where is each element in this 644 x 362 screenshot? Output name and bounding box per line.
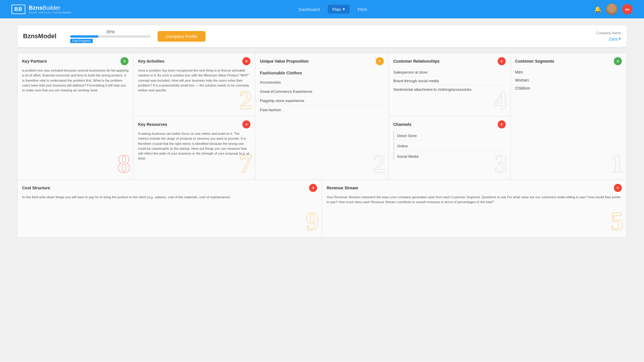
channels-add-button[interactable]: + xyxy=(498,120,506,128)
cost-structure-add-button[interactable]: + xyxy=(309,184,317,192)
cr-item-salesperson[interactable]: Salesperson at store xyxy=(393,68,506,77)
cost-structure-cell: Cost Structure + In this field write dow… xyxy=(18,180,322,237)
progress-bar-fill xyxy=(70,35,98,38)
canvas-mid-col: Key Activities + once a problem has been… xyxy=(133,53,255,180)
cr-list: Salesperson at store Brand through socia… xyxy=(393,68,506,94)
company-name-label: Company Name xyxy=(596,31,621,35)
top-bar: BznsModel 35% Plan Progress Company Prof… xyxy=(17,25,627,47)
cs-item-women[interactable]: Women xyxy=(515,76,622,84)
cs-watermark: 1 xyxy=(611,151,624,177)
cr-item-brand[interactable]: Brand through social media xyxy=(393,77,506,85)
uvp-header: Unique Value Proposition + xyxy=(260,57,384,65)
uvp-item-fastfashion[interactable]: Fast-fashion xyxy=(260,105,384,114)
customer-relationships-cell: Customer Relationships + Salesperson at … xyxy=(389,53,510,116)
avatar-image xyxy=(606,3,618,15)
channels-title: Channels xyxy=(393,122,411,127)
company-profile-button[interactable]: Company Profile xyxy=(158,31,206,42)
channel-item-online[interactable]: Online xyxy=(393,142,506,151)
cost-structure-watermark: 9 xyxy=(306,209,319,234)
avatar[interactable] xyxy=(606,3,618,15)
canvas-right-col: Customer Relationships + Salesperson at … xyxy=(389,53,511,180)
business-model-canvas: Key Partners + a problem box was include… xyxy=(17,53,627,238)
cs-title: Customer Segments xyxy=(515,59,554,63)
key-activities-text: once a problem has been recognized the n… xyxy=(138,68,250,93)
key-partners-cell: Key Partners + a problem box was include… xyxy=(18,53,133,180)
uvp-list: Fashionable Clothes Accessories Great eC… xyxy=(260,68,384,114)
language-badge[interactable]: en xyxy=(622,4,632,14)
uvp-item-fashionable[interactable]: Fashionable Clothes xyxy=(260,68,384,78)
revenue-stream-add-button[interactable]: + xyxy=(614,184,622,192)
uvp-item-flagship[interactable]: Flagship store experience xyxy=(260,96,384,105)
cost-structure-title: Cost Structure xyxy=(22,186,50,190)
uvp-item-ecommerce[interactable]: Great eCommerce Experience xyxy=(260,87,384,96)
revenue-stream-text: Your Revenue Streams represent the ways … xyxy=(327,195,622,205)
uvp-watermark: 2 xyxy=(373,151,386,177)
cs-item-children[interactable]: Children xyxy=(515,84,622,92)
company-name-arrow-icon: ▾ xyxy=(619,36,621,41)
company-name-dropdown[interactable]: Zara ▾ xyxy=(609,36,621,41)
logo-brand: BznsBuilder xyxy=(29,5,72,11)
key-partners-header: Key Partners + xyxy=(22,57,129,65)
logo-text: BznsBuilder YOUR VIRTUAL COFOUNDER xyxy=(29,5,72,14)
key-partners-text: a problem box was included because sever… xyxy=(22,68,129,93)
notification-bell-icon[interactable]: 🔔 xyxy=(594,6,601,13)
key-activities-header: Key Activities + xyxy=(138,57,250,65)
revenue-stream-header: Revenue Stream + xyxy=(327,184,622,192)
company-name-section: Company Name Zara ▾ xyxy=(596,31,621,41)
cost-structure-header: Cost Structure + xyxy=(22,184,317,192)
channel-list: Direct Store Online Social Media xyxy=(393,131,506,161)
nav-right: 🔔 en xyxy=(594,3,632,15)
key-partners-watermark: 8 xyxy=(117,151,130,177)
key-activities-add-button[interactable]: + xyxy=(242,57,250,65)
cs-header: Customer Segments + xyxy=(515,57,622,65)
revenue-stream-title: Revenue Stream xyxy=(327,186,358,190)
key-partners-add-button[interactable]: + xyxy=(120,57,129,65)
uvp-add-button[interactable]: + xyxy=(376,57,384,65)
cs-items: Men Women Children xyxy=(515,68,622,92)
progress-percent: 35% xyxy=(106,29,115,34)
canvas-top-area: Key Partners + a problem box was include… xyxy=(18,53,626,180)
main-nav: Dashboard Plan ▾ Pitch xyxy=(296,5,369,14)
key-resources-add-button[interactable]: + xyxy=(242,120,250,128)
customer-segments-cell: Customer Segments + Men Women Children 1 xyxy=(511,53,626,180)
key-partners-title: Key Partners xyxy=(22,59,47,63)
cr-header: Customer Relationships + xyxy=(393,57,506,65)
key-resources-text: A startup business can better focus on o… xyxy=(138,131,250,161)
cost-structure-text: In this field write down things you will… xyxy=(22,195,317,200)
uvp-cell: Unique Value Proposition + Fashionable C… xyxy=(255,53,389,180)
key-activities-cell: Key Activities + once a problem has been… xyxy=(133,53,255,116)
channels-cell: Channels + Direct Store Online Social Me… xyxy=(389,116,510,180)
canvas-bottom-row: Cost Structure + In this field write dow… xyxy=(18,180,626,237)
logo-subtitle: YOUR VIRTUAL COFOUNDER xyxy=(29,11,72,14)
cr-add-button[interactable]: + xyxy=(498,57,506,65)
channels-header: Channels + xyxy=(393,120,506,128)
logo-initials: BB xyxy=(12,5,25,14)
main-container: BznsModel 35% Plan Progress Company Prof… xyxy=(0,18,644,244)
key-resources-header: Key Resources + xyxy=(138,120,250,128)
uvp-title: Unique Value Proposition xyxy=(260,59,309,63)
cr-title: Customer Relationships xyxy=(393,59,440,63)
key-activities-title: Key Activities xyxy=(138,59,164,63)
logo-area: BB BznsBuilder YOUR VIRTUAL COFOUNDER xyxy=(12,5,72,14)
uvp-item-accessories[interactable]: Accessories xyxy=(260,78,384,87)
nav-pitch[interactable]: Pitch xyxy=(355,6,369,13)
progress-label: Plan Progress xyxy=(70,39,93,43)
key-resources-cell: Key Resources + A startup business can b… xyxy=(133,116,255,180)
progress-bar-wrap xyxy=(70,35,151,38)
channel-item-direct[interactable]: Direct Store xyxy=(393,131,506,140)
page-title: BznsModel xyxy=(23,32,63,40)
company-name-value: Zara xyxy=(609,36,618,41)
nav-dashboard[interactable]: Dashboard xyxy=(296,6,322,13)
progress-section: 35% Plan Progress xyxy=(70,29,151,43)
key-resources-title: Key Resources xyxy=(138,122,167,127)
cr-item-sentimental[interactable]: Sentimental attachment to clothing/acces… xyxy=(393,85,506,94)
revenue-stream-cell: Revenue Stream + Your Revenue Streams re… xyxy=(322,180,626,237)
nav-plan[interactable]: Plan ▾ xyxy=(328,5,350,14)
app-header: BB BznsBuilder YOUR VIRTUAL COFOUNDER Da… xyxy=(0,0,644,18)
cs-add-button[interactable]: + xyxy=(614,57,622,65)
cs-item-men[interactable]: Men xyxy=(515,68,622,76)
revenue-stream-watermark: 5 xyxy=(611,209,624,234)
channel-item-social[interactable]: Social Media xyxy=(393,152,506,161)
